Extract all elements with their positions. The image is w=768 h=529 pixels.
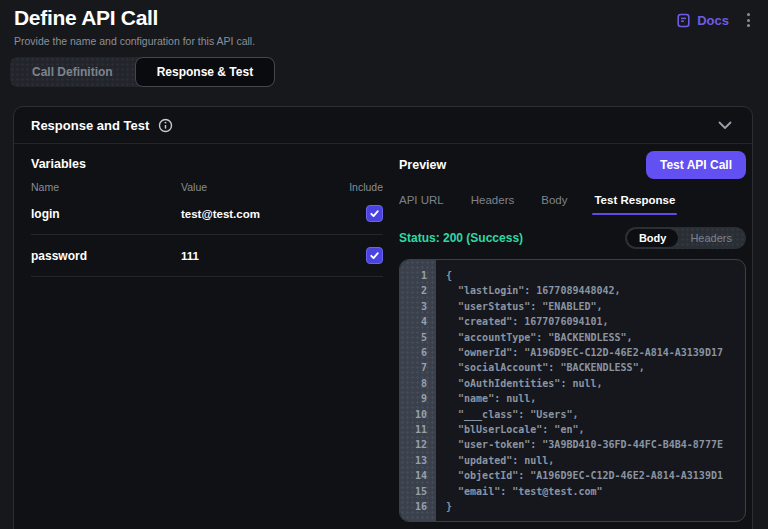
include-checkbox[interactable] — [366, 247, 383, 264]
code-content: { "lastLogin": 1677089448042, "userStatu… — [436, 260, 745, 521]
variables-section: Variables Name Value Include login test@… — [31, 157, 383, 277]
tab-call-definition[interactable]: Call Definition — [10, 57, 135, 87]
panel-header: Response and Test — [14, 107, 752, 144]
checkmark-icon — [369, 208, 380, 219]
code-line-numbers: 12345678910111213141516 — [400, 260, 436, 521]
document-icon — [676, 13, 691, 28]
column-header-name: Name — [31, 181, 181, 193]
chevron-down-icon[interactable] — [715, 118, 735, 133]
response-code-block[interactable]: 12345678910111213141516 { "lastLogin": 1… — [399, 259, 746, 522]
kebab-menu-icon[interactable] — [743, 9, 754, 31]
column-header-include: Include — [338, 181, 383, 193]
response-and-test-panel: Response and Test Variables Name Value I… — [13, 106, 753, 529]
preview-tab-bar: API URL Headers Body Test Response — [399, 194, 746, 215]
variable-name: password — [31, 249, 181, 263]
page-title: Define API Call — [14, 6, 754, 30]
checkmark-icon — [369, 250, 380, 261]
variable-name: login — [31, 207, 181, 221]
variable-row-login: login test@test.com — [31, 193, 383, 235]
variable-value: 111 — [181, 250, 338, 262]
status-row: Status: 200 (Success) Body Headers — [399, 227, 746, 249]
tab-api-url[interactable]: API URL — [399, 194, 444, 215]
header-actions: Docs — [676, 9, 754, 31]
docs-link[interactable]: Docs — [676, 13, 729, 28]
panel-title: Response and Test — [31, 118, 149, 133]
tab-test-response[interactable]: Test Response — [594, 194, 675, 215]
test-api-call-button[interactable]: Test API Call — [646, 151, 746, 179]
toggle-body[interactable]: Body — [627, 229, 679, 247]
toggle-headers[interactable]: Headers — [678, 229, 744, 247]
column-header-value: Value — [181, 181, 338, 193]
variables-column-headers: Name Value Include — [31, 181, 383, 193]
variable-row-password: password 111 — [31, 235, 383, 277]
tab-headers[interactable]: Headers — [471, 194, 514, 215]
include-checkbox[interactable] — [366, 205, 383, 222]
variables-heading: Variables — [31, 157, 383, 171]
page-subtitle: Provide the name and configuration for t… — [14, 35, 754, 47]
tab-response-and-test[interactable]: Response & Test — [135, 57, 275, 87]
preview-section: Preview Test API Call API URL Headers Bo… — [399, 151, 746, 522]
body-headers-toggle: Body Headers — [625, 227, 746, 249]
preview-heading: Preview — [399, 158, 446, 172]
definition-tab-group: Call Definition Response & Test — [10, 57, 275, 87]
info-circle-icon[interactable] — [158, 118, 173, 133]
status-badge: Status: 200 (Success) — [399, 231, 523, 245]
page-header: Define API Call Provide the name and con… — [14, 6, 754, 47]
variable-value: test@test.com — [181, 208, 338, 220]
tab-body[interactable]: Body — [541, 194, 567, 215]
docs-label: Docs — [697, 13, 729, 28]
